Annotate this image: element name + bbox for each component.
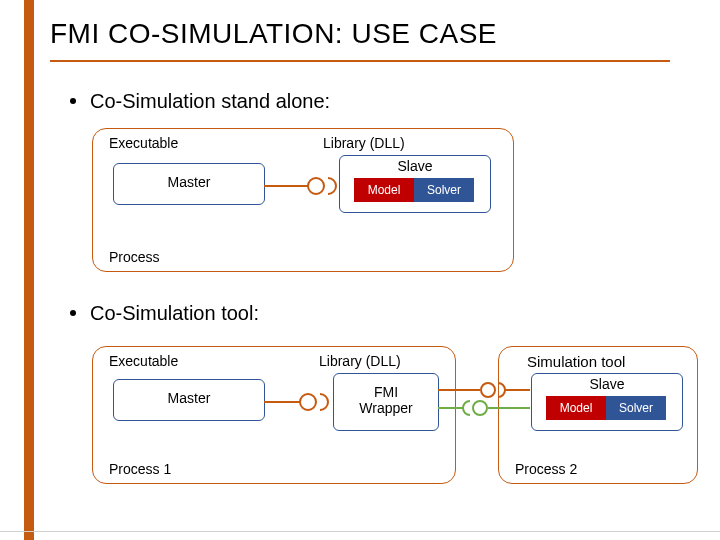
connector-2 (264, 392, 332, 408)
label-master: Master (114, 174, 264, 190)
slide: FMI CO-SIMULATION: USE CASE Co-Simulatio… (0, 0, 720, 540)
connector-1 (264, 176, 340, 192)
row-model-solver: Model Solver (546, 396, 666, 420)
slot-master: Master (113, 163, 265, 205)
row-model-solver: Model Solver (354, 178, 474, 202)
svg-point-0 (481, 383, 495, 397)
slot-slave-2: Slave Model Solver (531, 373, 683, 431)
label-process2: Process 2 (515, 461, 577, 477)
label-executable: Executable (109, 135, 178, 151)
bullet-text: Co-Simulation stand alone: (90, 90, 330, 112)
bullet-tool: Co-Simulation tool: (70, 302, 259, 325)
panel-process1: Executable Library (DLL) Master FMIWrapp… (92, 346, 456, 484)
label-fmi-wrapper: FMIWrapper (334, 384, 438, 416)
label-process: Process (109, 249, 160, 265)
cell-model: Model (546, 396, 606, 420)
svg-point-1 (473, 401, 487, 415)
bullet-standalone: Co-Simulation stand alone: (70, 90, 330, 113)
bullet-dot (70, 310, 76, 316)
bottom-rule (0, 531, 720, 532)
cell-solver: Solver (606, 396, 666, 420)
slot-slave: Slave Model Solver (339, 155, 491, 213)
text-fmi-wrapper: FMIWrapper (359, 384, 412, 416)
label-process1: Process 1 (109, 461, 171, 477)
label-slave: Slave (532, 376, 682, 392)
bullet-text: Co-Simulation tool: (90, 302, 259, 324)
bullet-dot (70, 98, 76, 104)
side-accent-overlay (0, 0, 24, 540)
label-slave: Slave (340, 158, 490, 174)
label-library: Library (DLL) (323, 135, 405, 151)
panel-process: Executable Library (DLL) Master Slave Mo… (92, 128, 514, 272)
label-executable: Executable (109, 353, 178, 369)
label-library: Library (DLL) (319, 353, 401, 369)
slot-fmi-wrapper: FMIWrapper (333, 373, 439, 431)
connector-3 (438, 382, 530, 418)
label-sim-tool: Simulation tool (527, 353, 625, 370)
title-underline (50, 60, 670, 62)
label-master: Master (114, 390, 264, 406)
cell-model: Model (354, 178, 414, 202)
slot-master: Master (113, 379, 265, 421)
slide-title: FMI CO-SIMULATION: USE CASE (50, 18, 497, 50)
cell-solver: Solver (414, 178, 474, 202)
